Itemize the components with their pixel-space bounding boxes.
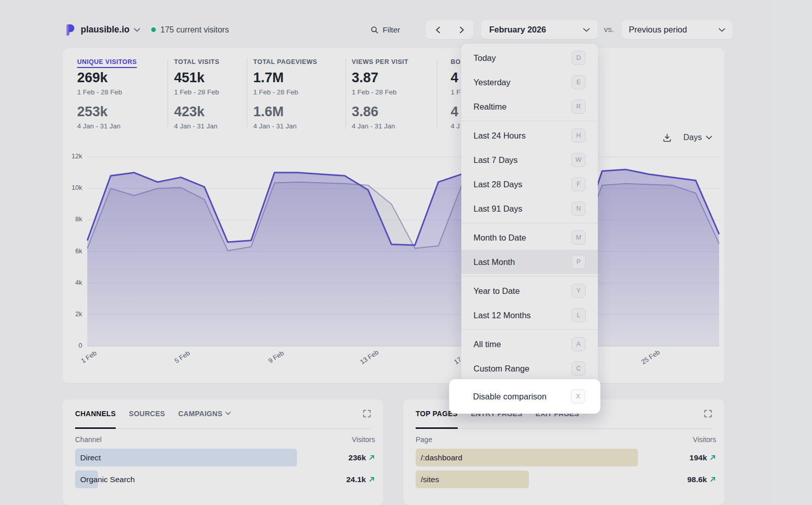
stat-prev-period: 4 Jan - 31 Jan [253, 122, 317, 130]
pages-rows: /:dashboard194k/sites98.6k [416, 449, 716, 488]
live-dot-icon [151, 27, 156, 32]
menu-item-label: Last 7 Days [473, 155, 518, 165]
shortcut-badge: L [571, 308, 586, 322]
date-nav [426, 20, 473, 39]
table-row[interactable]: Direct236k [75, 449, 375, 466]
menu-item-last-7-days[interactable]: Last 7 DaysW [461, 148, 598, 172]
stat-value: 269k [77, 70, 137, 86]
tab-sources[interactable]: SOURCES [129, 399, 165, 429]
site-switcher[interactable]: plausible.io [65, 20, 140, 39]
vs-label: vs. [604, 25, 614, 34]
chart-toolbar: Days [663, 133, 712, 142]
shortcut-badge: Y [571, 284, 586, 298]
stat-total-pageviews[interactable]: TOTAL PAGEVIEWS1.7M1 Feb - 28 Feb1.6M4 J… [253, 58, 317, 130]
interval-label: Days [684, 133, 702, 142]
table-row[interactable]: Organic Search24.1k [75, 470, 375, 488]
stat-prev-value: 1.6M [253, 104, 317, 120]
prev-period-arrow[interactable] [426, 20, 450, 39]
y-axis-tick: 12k [64, 152, 82, 160]
next-period-arrow[interactable] [450, 20, 473, 39]
menu-item-last-12-months[interactable]: Last 12 MonthsL [461, 303, 598, 327]
comparison-label: Previous period [629, 25, 687, 35]
shortcut-badge: F [571, 177, 586, 191]
table-row[interactable]: /sites98.6k [416, 470, 716, 488]
trend-up-icon [368, 476, 375, 483]
menu-item-last-24-hours[interactable]: Last 24 HoursH [461, 123, 598, 148]
row-bar [75, 449, 297, 466]
shortcut-badge: D [571, 51, 586, 65]
menu-item-last-month[interactable]: Last MonthP [461, 250, 598, 274]
chevron-down-icon [706, 136, 712, 140]
stat-prev-period: 4 Jan - 31 Jan [77, 122, 137, 130]
stat-label: UNIQUE VISITORS [77, 58, 137, 65]
shortcut-badge: X [571, 389, 585, 403]
shortcut-badge: E [571, 75, 586, 89]
plausible-dashboard: plausible.io 175 current visitors Filter [0, 0, 812, 505]
col-header-value: Visitors [352, 435, 375, 444]
col-header-name: Channel [75, 435, 101, 444]
stat-label: TOTAL VISITS [174, 58, 219, 65]
tab-channels[interactable]: CHANNELS [75, 399, 116, 429]
stat-bo[interactable]: BO41 F44 J [451, 58, 461, 130]
stat-unique-visitors[interactable]: UNIQUE VISITORS269k1 Feb - 28 Feb253k4 J… [77, 58, 137, 130]
x-axis-tick: 25 Feb [639, 348, 661, 366]
search-icon [370, 26, 379, 34]
menu-item-realtime[interactable]: RealtimeR [461, 94, 598, 119]
download-icon[interactable] [663, 133, 671, 142]
y-axis-tick: 2k [64, 310, 82, 318]
x-axis-tick: 1 Feb [80, 349, 98, 365]
y-axis-tick: 8k [64, 215, 82, 223]
row-name[interactable]: Organic Search [80, 475, 135, 484]
menu-item-yesterday[interactable]: YesterdayE [461, 70, 598, 94]
menu-item-year-to-date[interactable]: Year to DateY [461, 279, 598, 303]
chevron-down-icon [719, 28, 725, 32]
menu-item-disable-comparison[interactable]: Disable comparison X [449, 384, 600, 409]
stat-prev-period: 4 J [451, 122, 461, 130]
stat-value: 4 [451, 70, 461, 86]
shortcut-badge: R [571, 99, 586, 114]
filter-button[interactable]: Filter [370, 20, 400, 39]
comparison-selector[interactable]: Previous period [622, 20, 732, 39]
channels-columns: Channel Visitors [75, 435, 375, 444]
expand-icon[interactable] [704, 410, 712, 418]
stat-views-per-visit[interactable]: VIEWS PER VISIT3.871 Feb - 28 Feb3.864 J… [352, 58, 409, 130]
tab-campaigns[interactable]: CAMPAIGNS [178, 399, 231, 429]
interval-selector[interactable]: Days [684, 133, 712, 142]
pages-columns: Page Visitors [416, 435, 716, 444]
menu-item-label: Today [473, 53, 496, 63]
channels-panel: CHANNELSSOURCESCAMPAIGNS Channel Visitor… [63, 399, 383, 505]
x-axis-tick: 13 Feb [359, 348, 380, 366]
menu-item-label: Last 12 Months [473, 311, 531, 320]
menu-item-label: Yesterday [473, 78, 511, 87]
shortcut-badge: W [571, 153, 586, 167]
table-row[interactable]: /:dashboard194k [416, 449, 716, 466]
menu-item-last-91-days[interactable]: Last 91 DaysN [461, 196, 598, 221]
menu-item-label: Last Month [473, 257, 515, 267]
menu-item-all-time[interactable]: All timeA [461, 332, 598, 356]
menu-item-today[interactable]: TodayD [461, 46, 598, 70]
row-name[interactable]: /:dashboard [421, 453, 462, 462]
x-axis-tick: 5 Feb [173, 349, 191, 365]
expand-icon[interactable] [363, 410, 371, 418]
menu-item-label: Custom Range [473, 364, 529, 374]
current-visitors[interactable]: 175 current visitors [151, 20, 229, 39]
stat-prev-value: 4 [451, 104, 461, 120]
row-name[interactable]: /sites [421, 475, 439, 484]
shortcut-badge: H [571, 128, 586, 143]
chevron-down-icon [583, 28, 590, 32]
row-value: 98.6k [687, 475, 716, 484]
tab-label: CHANNELS [75, 410, 116, 418]
tab-label: CAMPAIGNS [178, 410, 222, 418]
menu-item-last-28-days[interactable]: Last 28 DaysF [461, 172, 598, 196]
stat-period: 1 Feb - 28 Feb [253, 88, 317, 96]
menu-item-month-to-date[interactable]: Month to DateM [461, 225, 598, 250]
row-value: 24.1k [346, 475, 375, 484]
row-name[interactable]: Direct [80, 453, 100, 462]
stat-total-visits[interactable]: TOTAL VISITS451k1 Feb - 28 Feb423k4 Jan … [174, 58, 219, 130]
trend-up-icon [368, 454, 375, 461]
x-axis-tick: 9 Feb [267, 349, 285, 365]
date-range-menu: TodayDYesterdayERealtimeRLast 24 HoursHL… [461, 44, 598, 383]
date-range-selector[interactable]: February 2026 [481, 20, 598, 39]
menu-item-custom-range[interactable]: Custom RangeC [461, 356, 598, 381]
pages-panel: TOP PAGESENTRY PAGESEXIT PAGES Page Visi… [403, 399, 724, 505]
